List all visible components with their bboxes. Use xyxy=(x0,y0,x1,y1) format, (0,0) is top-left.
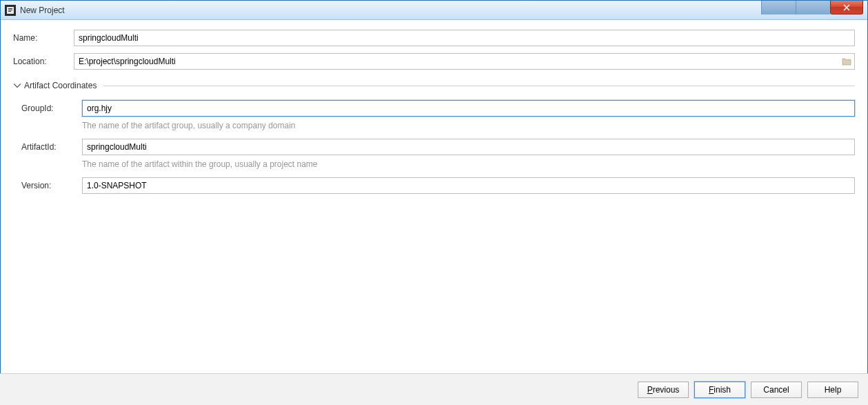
artifactid-input[interactable] xyxy=(82,139,855,155)
section-divider xyxy=(103,86,855,86)
version-row: Version: xyxy=(21,177,855,194)
artifactid-label: ArtifactId: xyxy=(21,142,82,152)
chevron-down-icon xyxy=(13,81,21,90)
version-input[interactable] xyxy=(82,177,855,194)
previous-button[interactable]: Previous xyxy=(638,382,689,398)
location-input[interactable] xyxy=(74,54,839,69)
groupid-hint: The name of the artifact group, usually … xyxy=(82,121,855,130)
name-input[interactable] xyxy=(74,30,855,46)
dialog-content: Name: Location: Artifact Coordinates Gro… xyxy=(1,20,867,373)
groupid-label: GroupId: xyxy=(21,103,82,113)
close-button[interactable] xyxy=(830,1,863,14)
section-title: Artifact Coordinates xyxy=(24,81,97,90)
artifact-coordinates-toggle[interactable]: Artifact Coordinates xyxy=(13,81,855,90)
titlebar-bg2 xyxy=(796,1,830,14)
svg-rect-1 xyxy=(8,8,12,9)
cancel-button[interactable]: Cancel xyxy=(751,382,802,398)
name-row: Name: xyxy=(13,30,855,46)
titlebar: New Project xyxy=(1,1,867,20)
svg-rect-2 xyxy=(8,10,12,10)
titlebar-bg1 xyxy=(761,1,796,14)
window-title: New Project xyxy=(20,6,65,15)
app-icon xyxy=(5,5,16,16)
version-label: Version: xyxy=(21,181,82,190)
location-row: Location: xyxy=(13,53,855,70)
groupid-input[interactable] xyxy=(82,100,855,117)
help-button[interactable]: Help xyxy=(807,382,858,398)
svg-rect-3 xyxy=(8,11,11,12)
dialog-footer: Previous Finish Cancel Help xyxy=(0,373,868,405)
name-label: Name: xyxy=(13,33,74,43)
groupid-row: GroupId: xyxy=(21,100,855,117)
location-label: Location: xyxy=(13,57,74,66)
browse-folder-icon[interactable] xyxy=(839,57,854,66)
window-controls xyxy=(761,1,867,14)
artifactid-row: ArtifactId: xyxy=(21,139,855,155)
artifactid-hint: The name of the artifact within the grou… xyxy=(82,159,855,169)
location-input-wrapper xyxy=(74,53,855,70)
finish-button[interactable]: Finish xyxy=(694,382,745,398)
artifact-coordinates-section: GroupId: The name of the artifact group,… xyxy=(13,100,855,194)
